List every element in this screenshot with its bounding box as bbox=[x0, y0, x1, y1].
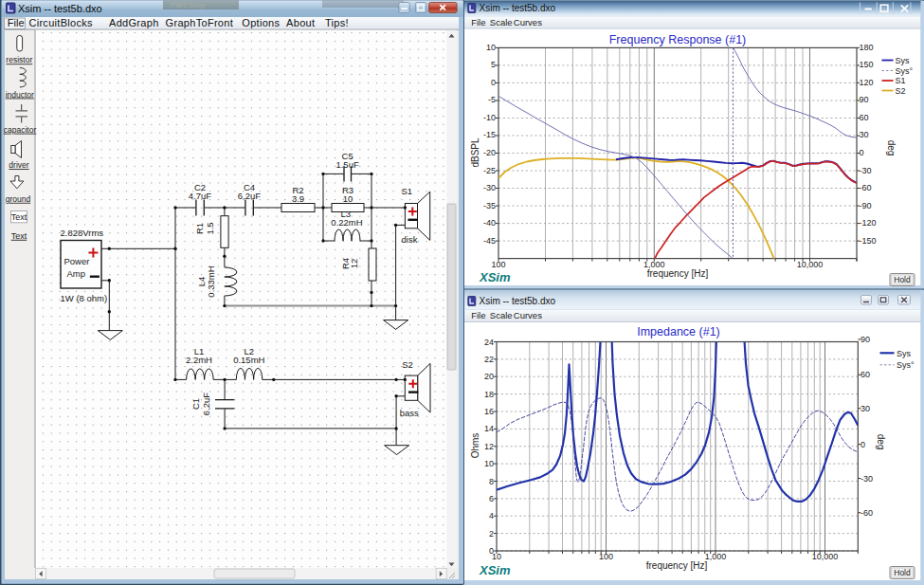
svg-text:18: 18 bbox=[484, 390, 494, 399]
svg-text:Sys°: Sys° bbox=[896, 66, 914, 76]
svg-text:60: 60 bbox=[860, 113, 869, 122]
svg-text:4.7uF: 4.7uF bbox=[189, 191, 211, 201]
svg-text:120: 120 bbox=[860, 78, 874, 87]
svg-text:1W (8 ohm): 1W (8 ohm) bbox=[61, 293, 108, 303]
svg-text:ground: ground bbox=[6, 194, 31, 204]
svg-text:100: 100 bbox=[599, 552, 613, 561]
svg-text:-60: -60 bbox=[861, 508, 873, 518]
svg-text:5: 5 bbox=[491, 60, 496, 69]
svg-text:dBSPL: dBSPL bbox=[470, 137, 480, 168]
svg-text:0: 0 bbox=[861, 440, 865, 449]
svg-text:R1: R1 bbox=[194, 223, 205, 234]
svg-text:Xsim -- test5b.dxo: Xsim -- test5b.dxo bbox=[18, 3, 102, 14]
svg-text:S1: S1 bbox=[896, 76, 906, 85]
svg-text:150: 150 bbox=[860, 60, 874, 69]
svg-text:0.22mH: 0.22mH bbox=[331, 217, 362, 228]
svg-text:8: 8 bbox=[489, 477, 494, 486]
svg-text:16: 16 bbox=[484, 407, 494, 416]
svg-text:File: File bbox=[471, 310, 485, 320]
svg-text:GraphToFront: GraphToFront bbox=[166, 17, 233, 28]
svg-text:XSim: XSim bbox=[479, 270, 511, 284]
svg-text:Ohms: Ohms bbox=[470, 433, 480, 459]
svg-text:2: 2 bbox=[489, 529, 494, 539]
svg-text:Power: Power bbox=[64, 256, 90, 266]
svg-text:100: 100 bbox=[491, 260, 505, 269]
svg-text:Curves: Curves bbox=[514, 17, 542, 27]
svg-text:2.2mH: 2.2mH bbox=[186, 355, 212, 365]
svg-text:Hold: Hold bbox=[894, 275, 911, 284]
svg-text:resistor: resistor bbox=[6, 55, 32, 64]
svg-text:Paint Shop: Paint Shop bbox=[171, 1, 206, 9]
svg-text:-20: -20 bbox=[483, 148, 496, 157]
svg-text:10: 10 bbox=[484, 459, 494, 468]
svg-text:30: 30 bbox=[861, 404, 870, 413]
svg-text:12: 12 bbox=[349, 259, 359, 269]
svg-text:0.33mH: 0.33mH bbox=[206, 265, 216, 297]
svg-text:-60: -60 bbox=[860, 183, 872, 192]
svg-text:bass: bass bbox=[400, 408, 419, 418]
svg-text:Impedance (#1): Impedance (#1) bbox=[637, 325, 720, 338]
svg-text:-30: -30 bbox=[861, 474, 873, 484]
svg-text:Text: Text bbox=[11, 231, 27, 241]
svg-text:180: 180 bbox=[860, 43, 874, 52]
svg-text:10: 10 bbox=[492, 552, 501, 561]
svg-text:6.2uF: 6.2uF bbox=[201, 393, 211, 415]
svg-text:24: 24 bbox=[484, 338, 494, 347]
svg-text:Xsim -- test5b.dxo: Xsim -- test5b.dxo bbox=[480, 296, 556, 306]
svg-text:10,000: 10,000 bbox=[797, 260, 824, 269]
svg-text:deg: deg bbox=[876, 434, 886, 450]
svg-text:-90: -90 bbox=[860, 201, 872, 210]
svg-text:disk: disk bbox=[402, 234, 418, 245]
svg-text:2.828Vrms: 2.828Vrms bbox=[61, 228, 104, 238]
svg-text:-30: -30 bbox=[860, 166, 872, 175]
svg-text:C1: C1 bbox=[190, 398, 201, 410]
svg-text:frequency [Hz]: frequency [Hz] bbox=[646, 560, 708, 571]
svg-text:3.9: 3.9 bbox=[292, 193, 304, 204]
svg-text:-15: -15 bbox=[483, 130, 496, 139]
svg-text:0: 0 bbox=[860, 148, 864, 157]
svg-text:20: 20 bbox=[484, 372, 494, 381]
svg-text:File: File bbox=[471, 17, 485, 27]
svg-text:6.2uF: 6.2uF bbox=[238, 191, 261, 201]
svg-text:-35: -35 bbox=[483, 201, 496, 210]
svg-text:-25: -25 bbox=[483, 166, 496, 175]
svg-text:File: File bbox=[8, 17, 25, 28]
svg-text:14: 14 bbox=[484, 424, 494, 433]
svg-text:90: 90 bbox=[860, 95, 869, 104]
svg-text:22: 22 bbox=[484, 355, 494, 364]
svg-text:S2: S2 bbox=[896, 86, 906, 96]
svg-text:-150: -150 bbox=[860, 236, 877, 246]
svg-text:6: 6 bbox=[489, 494, 494, 503]
svg-text:AddGraph: AddGraph bbox=[109, 17, 159, 28]
svg-text:90: 90 bbox=[861, 335, 870, 344]
svg-text:30: 30 bbox=[860, 130, 869, 139]
svg-text:-30: -30 bbox=[483, 183, 496, 192]
svg-text:inductor: inductor bbox=[6, 90, 34, 100]
svg-text:-45: -45 bbox=[483, 236, 496, 246]
svg-text:10: 10 bbox=[343, 193, 353, 204]
svg-text:1.5uF: 1.5uF bbox=[335, 159, 358, 170]
svg-text:S1: S1 bbox=[401, 186, 412, 196]
svg-text:-120: -120 bbox=[860, 218, 877, 228]
svg-text:About: About bbox=[286, 17, 315, 28]
svg-text:10: 10 bbox=[486, 43, 496, 52]
svg-text:12: 12 bbox=[484, 442, 494, 451]
svg-text:-40: -40 bbox=[483, 218, 496, 228]
svg-text:Frequency Response (#1): Frequency Response (#1) bbox=[609, 33, 747, 46]
svg-text:10,000: 10,000 bbox=[812, 552, 839, 561]
svg-text:Curves: Curves bbox=[514, 310, 542, 320]
svg-text:Tips!: Tips! bbox=[325, 17, 349, 28]
svg-text:1,000: 1,000 bbox=[705, 552, 727, 561]
svg-text:Scale: Scale bbox=[490, 17, 513, 27]
svg-text:capacitor: capacitor bbox=[4, 125, 37, 135]
svg-text:Hold: Hold bbox=[894, 568, 911, 577]
svg-text:0: 0 bbox=[491, 78, 496, 87]
svg-text:-5: -5 bbox=[488, 95, 496, 104]
svg-text:Amp: Amp bbox=[67, 268, 86, 279]
svg-text:deg: deg bbox=[886, 140, 897, 156]
svg-text:Sys°: Sys° bbox=[897, 360, 915, 370]
svg-text:driver: driver bbox=[9, 160, 28, 170]
svg-text:L4: L4 bbox=[196, 277, 207, 287]
svg-text:Xsim -- test5b.dxo: Xsim -- test5b.dxo bbox=[480, 3, 556, 13]
svg-text:Text: Text bbox=[11, 212, 27, 222]
